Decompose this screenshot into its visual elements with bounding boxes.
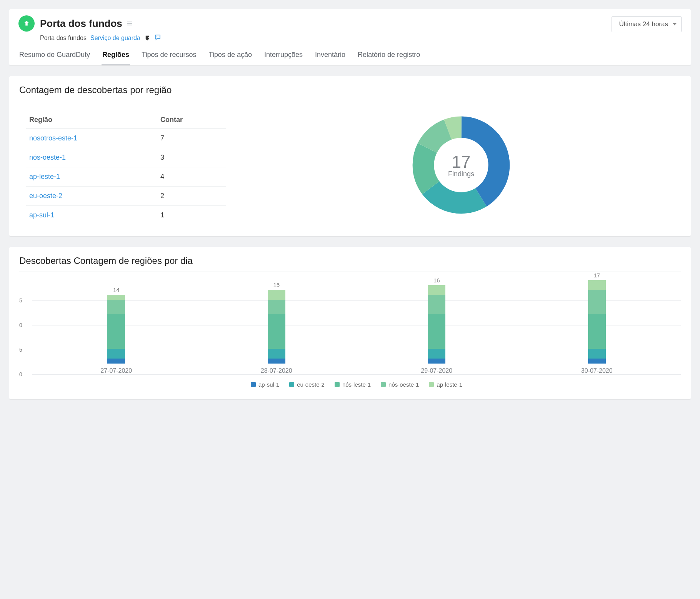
svg-point-0	[157, 37, 157, 37]
chart-legend: ap-sul-1eu-oeste-2nós-leste-1nós-oeste-1…	[32, 381, 681, 388]
region-link[interactable]: nós-oeste-1	[29, 154, 66, 161]
legend-item: nós-leste-1	[335, 381, 371, 388]
legend-label: eu-oeste-2	[297, 381, 325, 388]
bar-segment	[588, 290, 606, 314]
bar-total-label: 14	[113, 287, 120, 293]
legend-item: nós-oeste-1	[381, 381, 419, 388]
page-title: Porta dos fundos	[40, 18, 122, 30]
bar-segment	[588, 314, 606, 349]
donut-total: 17	[448, 152, 474, 172]
legend-swatch	[251, 382, 256, 387]
bar-segment	[268, 290, 285, 300]
svg-point-1	[158, 37, 158, 37]
region-count: 1	[157, 206, 226, 225]
table-row: ap-leste-14	[26, 167, 226, 187]
bar-segment	[268, 314, 285, 349]
table-row: ap-sul-11	[26, 206, 226, 225]
donut-label: Findings	[448, 170, 474, 178]
y-tick: 5	[19, 297, 22, 304]
table-row: nosotros-este-17	[26, 129, 226, 148]
legend-swatch	[429, 382, 434, 387]
tabs: Resumo do GuardDutyRegiõesTipos de recur…	[18, 51, 682, 65]
breadcrumb-current: Porta dos fundos	[40, 35, 87, 42]
col-region: Região	[26, 111, 157, 129]
table-row: eu-oeste-22	[26, 187, 226, 206]
bar-column: 1528-07-2020	[206, 282, 347, 374]
x-label: 28-07-2020	[261, 367, 292, 374]
comment-icon[interactable]	[154, 34, 161, 42]
svg-point-2	[159, 37, 160, 37]
bar-column: 1629-07-2020	[366, 277, 507, 374]
bar-segment	[588, 359, 606, 364]
y-tick: 5	[19, 347, 22, 353]
bar-segment	[428, 314, 445, 349]
region-count: 4	[157, 167, 226, 187]
time-range-select[interactable]: Últimas 24 horas	[612, 16, 682, 32]
bar-segment	[107, 314, 125, 349]
header-card: Porta dos fundos Últimas 24 horas Porta …	[9, 9, 691, 65]
bar-column: 1427-07-2020	[46, 287, 187, 374]
legend-label: nós-oeste-1	[388, 381, 419, 388]
bar-segment	[428, 349, 445, 359]
legend-swatch	[289, 382, 294, 387]
breadcrumb-link[interactable]: Serviço de guarda	[90, 35, 140, 42]
legend-item: ap-leste-1	[429, 381, 462, 388]
tab-regions[interactable]: Regiões	[102, 51, 130, 65]
x-label: 30-07-2020	[581, 367, 613, 374]
legend-swatch	[381, 382, 386, 387]
bar-segment	[428, 359, 445, 364]
legend-label: ap-sul-1	[258, 381, 279, 388]
legend-item: eu-oeste-2	[289, 381, 325, 388]
donut-chart: 17 Findings	[242, 111, 681, 219]
bar-total-label: 15	[273, 282, 280, 288]
bar-segment	[107, 300, 125, 314]
col-count: Contar	[157, 111, 226, 129]
app-icon	[18, 15, 35, 32]
region-count: 3	[157, 148, 226, 167]
bar-segment	[268, 349, 285, 359]
region-count: 2	[157, 187, 226, 206]
x-label: 29-07-2020	[421, 367, 452, 374]
tab-action-types[interactable]: Tipos de ação	[208, 51, 253, 65]
breadcrumb: Porta dos fundos Serviço de guarda	[40, 34, 682, 42]
region-link[interactable]: nosotros-este-1	[29, 134, 77, 142]
legend-item: ap-sul-1	[251, 381, 279, 388]
menu-icon[interactable]	[127, 21, 132, 26]
bar-segment	[268, 300, 285, 314]
tab-summary[interactable]: Resumo do GuardDuty	[18, 51, 91, 65]
legend-label: ap-leste-1	[437, 381, 462, 388]
bar-segment	[107, 295, 125, 300]
region-findings-card: Contagem de descobertas por região Regiã…	[9, 76, 691, 236]
region-link[interactable]: ap-sul-1	[29, 211, 54, 219]
y-tick: 0	[19, 322, 22, 328]
bar-segment	[107, 349, 125, 359]
table-row: nós-oeste-13	[26, 148, 226, 167]
bar-segment	[268, 359, 285, 364]
card-title: Contagem de descobertas por região	[19, 85, 681, 101]
bar-segment	[428, 285, 445, 295]
tab-disruptions[interactable]: Interrupções	[263, 51, 303, 65]
bar-column: 1730-07-2020	[526, 272, 667, 374]
x-label: 27-07-2020	[100, 367, 132, 374]
region-link[interactable]: eu-oeste-2	[29, 192, 62, 200]
bar-total-label: 16	[433, 277, 440, 284]
tab-resource-types[interactable]: Tipos de recursos	[141, 51, 197, 65]
arrow-up-icon	[22, 19, 31, 28]
card-title: Descobertas Contagem de regiões por dia	[19, 255, 681, 272]
legend-swatch	[335, 382, 340, 387]
bar-segment	[588, 280, 606, 290]
bar-segment	[107, 359, 125, 364]
y-tick: 0	[19, 371, 22, 377]
legend-label: nós-leste-1	[342, 381, 371, 388]
region-count: 7	[157, 129, 226, 148]
bar-segment	[428, 295, 445, 314]
tag-icon[interactable]	[144, 34, 150, 42]
region-link[interactable]: ap-leste-1	[29, 173, 60, 180]
bar-segment	[588, 349, 606, 359]
region-table: Região Contar nosotros-este-17nós-oeste-…	[26, 111, 226, 225]
tab-inventory[interactable]: Inventário	[314, 51, 346, 65]
daily-findings-card: Descobertas Contagem de regiões por dia …	[9, 247, 691, 399]
bar-chart: 0505 1427-07-20201528-07-20201629-07-202…	[19, 282, 681, 388]
tab-reg-report[interactable]: Relatório de registro	[357, 51, 421, 65]
bar-total-label: 17	[593, 272, 600, 279]
